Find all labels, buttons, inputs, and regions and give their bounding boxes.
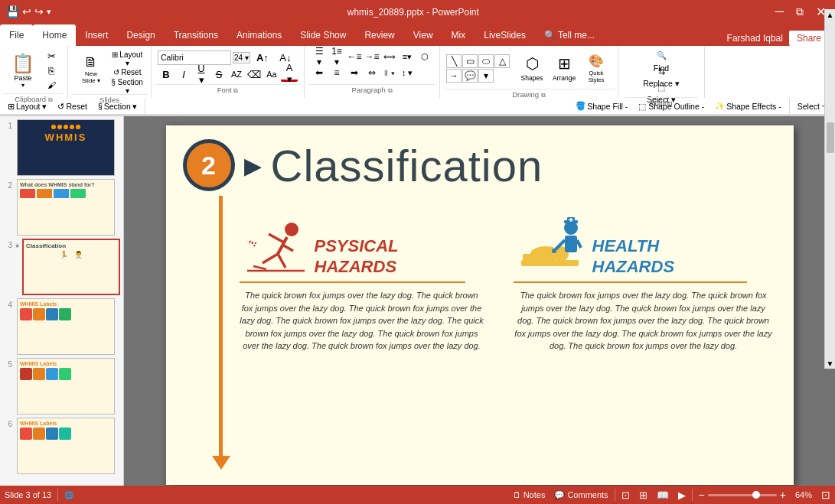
slide-canvas[interactable]: 2 ▶ Classification [166,125,794,485]
quick-styles-button[interactable]: 🎨QuickStyles [581,49,612,87]
strikethrough-button[interactable]: S [210,67,227,82]
notes-button[interactable]: 🗒 Notes [508,486,550,504]
slide-1-thumb[interactable]: WHMIS [17,119,115,176]
slide-3-thumb[interactable]: Classification 🏃 👨‍⚕️ [22,239,120,295]
slide-5-thumb[interactable]: WHMIS Labels [17,358,115,415]
section-button[interactable]: § Section ▾ [109,80,145,93]
format-painter-button[interactable]: 🖌 [41,78,61,92]
clear-format-button[interactable]: ⌫ [246,67,263,82]
tab-animations[interactable]: Animations [227,24,291,46]
reading-view-button[interactable]: 📖 [652,486,674,504]
shape-fill-button[interactable]: 🪣 Shape Fill - [571,99,632,113]
minimize-button[interactable]: ─ [769,0,790,23]
slide-item-2[interactable]: 2 What does WHMIS stand for? [2,179,122,236]
layout-row-button[interactable]: ⊞ Layout ▾ [3,99,51,113]
slide-4-thumb[interactable]: WHMIS Labels [17,298,115,355]
slide-item-1[interactable]: 1 WHMIS [2,119,122,176]
shadow-button[interactable]: AZ [228,67,245,82]
tab-transitions[interactable]: Transitions [165,24,227,46]
section-row-button[interactable]: § Section ▾ [93,99,142,113]
shape-outline-button[interactable]: ⬚ Shape Outline - [634,99,709,113]
shape-line[interactable]: ╲ [446,54,462,68]
justify-button[interactable]: ⇔ [364,65,380,80]
slide-sorter-button[interactable]: ⊞ [634,486,652,504]
shape-oval[interactable]: ⬭ [478,54,494,68]
find-button[interactable]: 🔍 Find [628,49,695,63]
tab-slideshow[interactable]: Slide Show [291,24,355,46]
slide-title[interactable]: Classification [271,140,543,191]
select-button[interactable]: ⬚ Select ▾ [628,81,695,96]
bold-button[interactable]: B [158,67,175,82]
shape-rect[interactable]: ▭ [462,54,478,68]
scroll-down-button[interactable]: ▼ [825,358,836,369]
center-button[interactable]: ≡ [328,65,345,80]
arrange-button[interactable]: ⊞Arrange [549,49,579,87]
tab-tell[interactable]: 🔍 Tell me... [535,24,604,46]
shapes-button[interactable]: ⬡Shapes [517,49,547,87]
underline-button[interactable]: U ▾ [193,67,210,82]
scroll-thumb[interactable] [827,122,834,153]
cut-button[interactable]: ✂ [41,49,61,63]
copy-button[interactable]: ⎘ [41,63,61,77]
increase-indent-button[interactable]: →≡ [364,49,380,64]
tab-view[interactable]: View [404,24,442,46]
slide-item-5[interactable]: 5 WHMIS Labels [2,358,122,415]
tab-livetv[interactable]: LiveSlides [475,24,535,46]
zoom-out-button[interactable]: − [699,489,705,501]
tab-insert[interactable]: Insert [76,24,117,46]
shape-effects-button[interactable]: ✨ Shape Effects - [710,99,786,113]
tab-review[interactable]: Review [355,24,403,46]
health-hazards-title[interactable]: HEALTH HAZARDS [592,236,675,277]
slide-item-3[interactable]: 3 ★ Classification 🏃 👨‍⚕️ [2,239,122,295]
comments-button[interactable]: 💬 Comments [550,486,612,504]
zoom-in-button[interactable]: + [780,489,786,501]
text-direction-button[interactable]: ⟺ [381,49,398,64]
tab-design[interactable]: Design [117,24,164,46]
slideshow-button[interactable]: ▶ [674,486,690,504]
italic-button[interactable]: I [175,67,192,82]
bullets-button[interactable]: ☰ ▾ [311,49,328,64]
smartart-button[interactable]: ⬡ [416,49,433,64]
tab-file[interactable]: File [0,24,33,46]
slide-item-6[interactable]: 6 WHMIS Labels [2,418,122,474]
layout-button[interactable]: ⊞ Layout ▾ [109,52,145,65]
tab-home[interactable]: Home [33,24,76,46]
decrease-indent-button[interactable]: ←≡ [346,49,363,64]
align-text-button[interactable]: ≡▾ [399,49,416,64]
shape-callout[interactable]: 💬 [462,69,478,83]
normal-view-button[interactable]: ⊡ [617,486,634,504]
vertical-scrollbar[interactable]: ▲ ▼ [824,116,835,369]
font-color-button[interactable]: A ▾ [281,67,298,82]
increase-font-button[interactable]: A↑ [252,49,273,66]
save-icon[interactable]: 💾 [6,5,19,18]
undo-icon[interactable]: ↩ [22,5,31,18]
physical-hazards-title[interactable]: PSYSICAL HAZARDS [315,236,399,277]
numbering-button[interactable]: 1≡ ▾ [328,49,345,64]
align-left-button[interactable]: ⬅ [311,65,328,80]
fit-slide-button[interactable]: ⊡ [817,486,835,504]
health-hazards-body[interactable]: The quick brown fox jumps over the lazy … [514,289,774,353]
slide-6-thumb[interactable]: WHMIS Labels [17,418,115,474]
new-slide-button[interactable]: 🗎 NewSlide ▾ [74,49,108,89]
shape-more[interactable]: ▾ [478,69,494,83]
slide-item-4[interactable]: 4 WHMIS Labels [2,298,122,355]
change-case-button[interactable]: Aa [263,67,280,82]
restore-button[interactable]: ⧉ [790,0,810,23]
align-right-button[interactable]: ➡ [346,65,363,80]
customize-icon[interactable]: ▾ [47,7,51,17]
zoom-slider[interactable] [708,494,777,496]
shape-tri[interactable]: △ [494,54,510,68]
shape-arrow[interactable]: → [446,69,462,83]
share-button[interactable]: Share [789,31,829,46]
line-spacing-button[interactable]: ↕ ▾ [399,65,416,80]
zoom-percent[interactable]: 64% [791,486,817,504]
redo-icon[interactable]: ↪ [34,5,44,18]
font-size-input[interactable]: 24 ▾ [233,52,250,63]
slide-2-thumb[interactable]: What does WHMIS stand for? [17,179,115,236]
physical-hazards-body[interactable]: The quick brown fox jumps over the lazy … [240,289,484,353]
columns-button[interactable]: ⫴ ▾ [381,65,398,80]
reset-row-button[interactable]: ↺ Reset [53,99,91,113]
zoom-thumb[interactable] [752,491,760,499]
reset-button[interactable]: ↺ Reset [109,66,145,79]
paste-button[interactable]: 📋 Paste ▾ [6,50,40,90]
